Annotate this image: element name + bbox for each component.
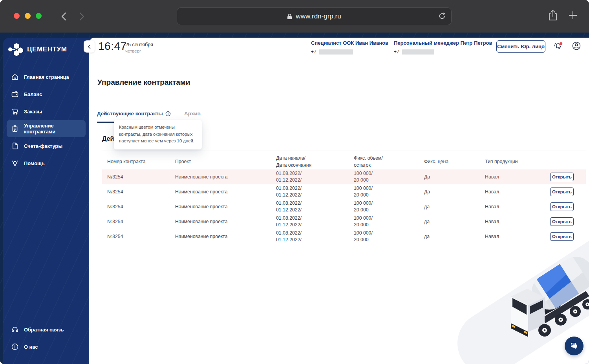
open-contract-button[interactable]: Открыть [550, 173, 574, 181]
tooltip: Красным цветом отмечены контракты, дата … [114, 120, 202, 149]
lock-icon [287, 13, 292, 20]
notification-dot [560, 42, 562, 45]
cell-contract-number: №3254 [107, 218, 175, 225]
sidebar-item-balance[interactable]: Баланс [3, 86, 89, 103]
cell-dates: 01.08.2022/ 01.12.2022/ [276, 170, 354, 183]
app-card: ЦЕМЕНТУМ Главная страница Баланс Заказы [3, 38, 589, 364]
weekday-text: четверг [125, 48, 153, 54]
open-contract-button[interactable]: Открыть [550, 202, 574, 211]
sidebar-item-contracts[interactable]: Управление контрактами [7, 120, 86, 137]
col-product-type: Тип продукции [485, 158, 550, 165]
cell-fixed-price: да [424, 233, 485, 240]
cell-contract-number: №3254 [107, 204, 175, 210]
sidebar-item-help[interactable]: Помощь [3, 155, 89, 172]
page-background: ЦЕМЕНТУМ Главная страница Баланс Заказы [0, 33, 589, 364]
sidebar-item-feedback[interactable]: Обратная связь [3, 321, 89, 338]
cell-product-type: Навал [485, 218, 550, 225]
col-dates: Дата начала/ Дата окончания [276, 155, 354, 169]
brand-name: ЦЕМЕНТУМ [27, 46, 67, 53]
wallet-icon [11, 90, 19, 98]
table-row: №3254 Наименование проекта 01.08.2022/ 0… [102, 184, 586, 199]
forward-button[interactable] [75, 10, 88, 23]
sidebar-menu: Главная страница Баланс Заказы Управлени… [3, 68, 89, 172]
brand-logo[interactable]: ЦЕМЕНТУМ [3, 38, 89, 55]
manager-name: Персональный менеджер Петр Петров [394, 40, 492, 46]
tab-active-contracts[interactable]: Действующие контракты [97, 111, 171, 116]
sidebar-item-home[interactable]: Главная страница [3, 68, 89, 86]
specialist-name: Специалист ООК Иван Иванов [311, 40, 388, 46]
url-text: www.rdn-grp.ru [296, 13, 341, 20]
invoice-icon [11, 142, 19, 150]
phone-redacted [319, 49, 353, 55]
cell-dates: 01.08.2022/ 01.12.2022/ [276, 185, 354, 198]
cell-product-type: Навал [485, 174, 550, 180]
table-divider [102, 151, 586, 151]
cell-dates: 01.08.2022/ 01.12.2022/ [276, 200, 354, 213]
phone-prefix: +7 [394, 49, 399, 55]
date-block: 25 сентября четверг [125, 42, 153, 54]
minimize-window-button[interactable] [25, 13, 31, 19]
sidebar-footer: Обратная связь О нас [3, 321, 89, 355]
cell-fixed-price: да [424, 218, 485, 225]
profile-button[interactable] [571, 41, 582, 51]
zoom-window-button[interactable] [36, 13, 42, 19]
phone-redacted [402, 49, 434, 55]
sidebar-item-label: Баланс [24, 91, 42, 97]
share-icon[interactable] [548, 9, 558, 23]
clipboard-icon [11, 125, 19, 133]
table-body: №3254 Наименование проекта 01.08.2022/ 0… [102, 169, 586, 244]
molecule-logo-icon [8, 42, 24, 56]
cell-product-type: Навал [485, 189, 550, 195]
new-tab-icon[interactable] [568, 10, 578, 22]
home-icon [11, 73, 19, 81]
sidebar-item-label: О нас [24, 344, 38, 350]
bell-icon [553, 41, 563, 51]
sidebar-collapse-button[interactable] [84, 40, 95, 53]
table-row: №3254 Наименование проекта 01.08.2022/ 0… [102, 229, 586, 244]
cement-truck-illustration [505, 254, 589, 341]
date-text: 25 сентября [125, 42, 153, 48]
cell-contract-number: №3254 [107, 233, 175, 240]
sidebar-item-about[interactable]: О нас [3, 338, 89, 355]
cart-icon [11, 107, 19, 115]
sidebar-item-label: Обратная связь [24, 327, 64, 333]
sidebar-item-orders[interactable]: Заказы [3, 103, 89, 120]
open-contract-button[interactable]: Открыть [550, 232, 574, 241]
cell-dates: 01.08.2022/ 01.12.2022/ [276, 230, 354, 243]
browser-window: www.rdn-grp.ru [0, 0, 589, 364]
address-bar[interactable]: www.rdn-grp.ru [177, 7, 452, 25]
sidebar-item-label: Заказы [24, 109, 42, 115]
cell-volume: 100 000/ 20 000 [354, 200, 424, 213]
window-controls [14, 13, 42, 19]
cell-volume: 100 000/ 20 000 [354, 215, 424, 228]
open-contract-button[interactable]: Открыть [550, 217, 574, 226]
sidebar-item-label: Главная страница [24, 74, 69, 80]
table-row: №3254 Наименование проекта 01.08.2022/ 0… [102, 214, 586, 229]
table-row: №3254 Наименование проекта 01.08.2022/ 0… [102, 199, 586, 214]
close-window-button[interactable] [14, 13, 20, 19]
sidebar-item-invoices[interactable]: Счета-фактуры [3, 137, 89, 155]
change-legal-entity-button[interactable]: Сменить Юр. лицо [496, 40, 545, 53]
manager-contact: Персональный менеджер Петр Петров +7 [394, 40, 492, 55]
headset-icon [11, 326, 19, 333]
table-header-row: Номер контракта Проект Дата начала/ Дата… [102, 154, 586, 169]
chat-button[interactable] [565, 337, 584, 355]
user-icon [571, 41, 582, 51]
open-contract-button[interactable]: Открыть [550, 187, 574, 196]
cell-project: Наименование проекта [175, 174, 276, 180]
cell-volume: 100 000/ 20 000 [354, 170, 424, 183]
browser-chrome: www.rdn-grp.ru [0, 0, 589, 33]
info-tooltip-icon[interactable] [165, 111, 171, 116]
cell-project: Наименование проекта [175, 233, 276, 240]
help-icon [11, 159, 19, 167]
cell-volume: 100 000/ 20 000 [354, 185, 424, 198]
back-button[interactable] [57, 10, 70, 23]
cell-fixed-price: Да [424, 174, 485, 180]
reload-icon[interactable] [438, 12, 446, 22]
tab-archive[interactable]: Архив [184, 111, 201, 116]
info-icon [11, 343, 19, 351]
col-project: Проект [175, 158, 276, 165]
notifications-button[interactable] [553, 41, 563, 51]
cell-project: Наименование проекта [175, 189, 276, 195]
specialist-contact: Специалист ООК Иван Иванов +7 [311, 40, 388, 55]
